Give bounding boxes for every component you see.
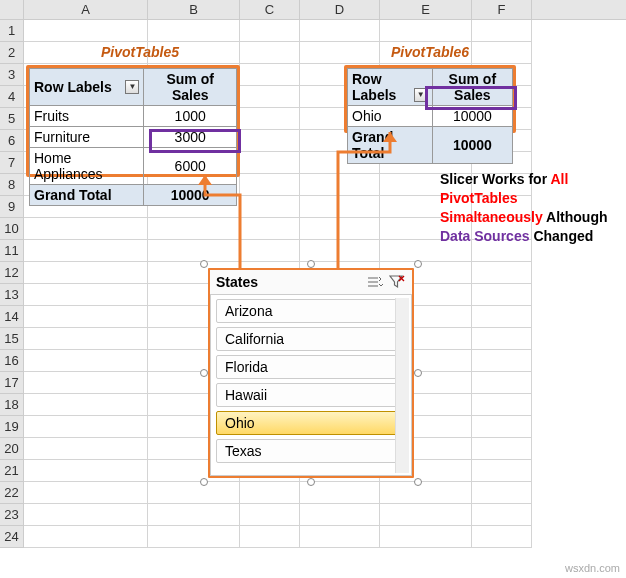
- col-header[interactable]: A: [24, 0, 148, 19]
- col-header[interactable]: F: [472, 0, 532, 19]
- cell[interactable]: [24, 328, 148, 350]
- row-header[interactable]: 20: [0, 438, 24, 460]
- cell[interactable]: [240, 108, 300, 130]
- pivot6-row-label[interactable]: Ohio: [348, 106, 433, 127]
- pivot5-row-label[interactable]: Furniture: [30, 127, 144, 148]
- cell[interactable]: [300, 240, 380, 262]
- row-header[interactable]: 19: [0, 416, 24, 438]
- cell[interactable]: [240, 152, 300, 174]
- row-header[interactable]: 13: [0, 284, 24, 306]
- row-header[interactable]: 11: [0, 240, 24, 262]
- row-header[interactable]: 9: [0, 196, 24, 218]
- cell[interactable]: [472, 460, 532, 482]
- cell[interactable]: [240, 196, 300, 218]
- cell[interactable]: [24, 350, 148, 372]
- cell[interactable]: [240, 218, 300, 240]
- cell[interactable]: [148, 526, 240, 548]
- cell[interactable]: [148, 240, 240, 262]
- slicer-item[interactable]: Arizona: [216, 299, 406, 323]
- row-header[interactable]: 5: [0, 108, 24, 130]
- slicer-item[interactable]: Florida: [216, 355, 406, 379]
- filter-dropdown-icon[interactable]: ▼: [125, 80, 139, 94]
- pivot5-row-label[interactable]: Fruits: [30, 106, 144, 127]
- multi-select-icon[interactable]: [366, 274, 384, 290]
- row-header[interactable]: 3: [0, 64, 24, 86]
- cell[interactable]: [24, 262, 148, 284]
- pivot5-row-label[interactable]: Home Appliances: [30, 148, 144, 185]
- cell[interactable]: [24, 372, 148, 394]
- cell[interactable]: [240, 20, 300, 42]
- row-header[interactable]: 7: [0, 152, 24, 174]
- row-header[interactable]: 4: [0, 86, 24, 108]
- filter-dropdown-icon[interactable]: ▼: [414, 88, 428, 102]
- row-header[interactable]: 1: [0, 20, 24, 42]
- row-header[interactable]: 16: [0, 350, 24, 372]
- cell[interactable]: [472, 262, 532, 284]
- cell[interactable]: [472, 394, 532, 416]
- slicer-item[interactable]: California: [216, 327, 406, 351]
- col-header[interactable]: B: [148, 0, 240, 19]
- row-header[interactable]: 23: [0, 504, 24, 526]
- row-header[interactable]: 12: [0, 262, 24, 284]
- cell[interactable]: [240, 240, 300, 262]
- cell[interactable]: [300, 218, 380, 240]
- cell[interactable]: [472, 328, 532, 350]
- cell[interactable]: [472, 504, 532, 526]
- cell[interactable]: [472, 284, 532, 306]
- cell[interactable]: [300, 526, 380, 548]
- row-header[interactable]: 24: [0, 526, 24, 548]
- cell[interactable]: [472, 306, 532, 328]
- cell[interactable]: [300, 20, 380, 42]
- row-header[interactable]: 8: [0, 174, 24, 196]
- pivot-table-5[interactable]: Row Labels ▼ Sum of Sales Fruits1000 Fur…: [26, 65, 240, 177]
- cell[interactable]: [472, 526, 532, 548]
- row-header[interactable]: 2: [0, 42, 24, 64]
- cell[interactable]: [24, 218, 148, 240]
- row-header[interactable]: 21: [0, 460, 24, 482]
- cell[interactable]: [24, 504, 148, 526]
- row-header[interactable]: 18: [0, 394, 24, 416]
- cell[interactable]: [24, 20, 148, 42]
- cell[interactable]: [240, 64, 300, 86]
- pivot5-row-labels-header[interactable]: Row Labels ▼: [30, 69, 144, 106]
- cell[interactable]: [380, 482, 472, 504]
- cell[interactable]: [148, 482, 240, 504]
- slicer-item[interactable]: Texas: [216, 439, 406, 463]
- select-all-corner[interactable]: [0, 0, 24, 19]
- cell[interactable]: [380, 526, 472, 548]
- cell[interactable]: [300, 174, 380, 196]
- cell[interactable]: [240, 42, 300, 64]
- pivot6-row-labels-header[interactable]: Row Labels ▼: [348, 69, 433, 106]
- cell[interactable]: [24, 416, 148, 438]
- slicer-item[interactable]: Hawaii: [216, 383, 406, 407]
- col-header[interactable]: E: [380, 0, 472, 19]
- clear-filter-icon[interactable]: [388, 274, 406, 290]
- pivot-table-6[interactable]: Row Labels ▼ Sum of Sales Ohio10000 Gran…: [344, 65, 516, 133]
- cell[interactable]: [148, 218, 240, 240]
- row-header[interactable]: 22: [0, 482, 24, 504]
- cell[interactable]: [300, 196, 380, 218]
- row-header[interactable]: 15: [0, 328, 24, 350]
- cell[interactable]: [300, 504, 380, 526]
- cell[interactable]: [380, 20, 472, 42]
- col-header[interactable]: C: [240, 0, 300, 19]
- row-header[interactable]: 10: [0, 218, 24, 240]
- cell[interactable]: [240, 86, 300, 108]
- cell[interactable]: [24, 482, 148, 504]
- cell[interactable]: [240, 482, 300, 504]
- cell[interactable]: [24, 394, 148, 416]
- cell[interactable]: [24, 526, 148, 548]
- slicer-item[interactable]: Ohio: [216, 411, 406, 435]
- slicer-states[interactable]: States ArizonaCaliforniaFloridaHawaiiOhi…: [208, 268, 414, 478]
- cell[interactable]: [24, 284, 148, 306]
- cell[interactable]: [148, 20, 240, 42]
- row-header[interactable]: 14: [0, 306, 24, 328]
- row-header[interactable]: 17: [0, 372, 24, 394]
- cell[interactable]: [240, 504, 300, 526]
- col-header[interactable]: D: [300, 0, 380, 19]
- cell[interactable]: [240, 174, 300, 196]
- cell[interactable]: [472, 350, 532, 372]
- cell[interactable]: [240, 130, 300, 152]
- cell[interactable]: [472, 372, 532, 394]
- cell[interactable]: [472, 416, 532, 438]
